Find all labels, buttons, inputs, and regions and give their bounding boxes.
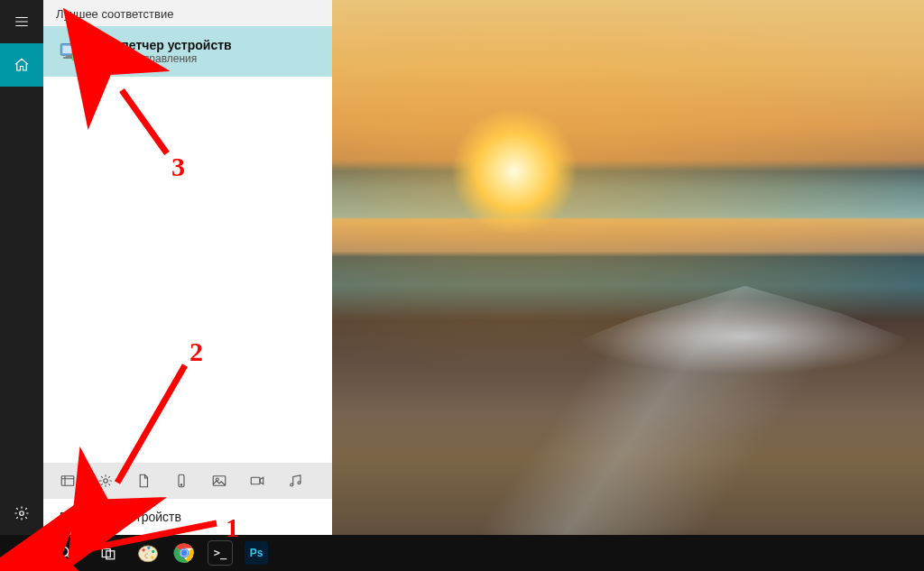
- results-empty-area: [43, 77, 332, 463]
- cmd-icon[interactable]: >_: [202, 535, 238, 571]
- start-button[interactable]: [0, 535, 43, 571]
- svg-point-18: [298, 482, 300, 484]
- taskbar: >_ Ps: [0, 535, 924, 571]
- svg-point-13: [180, 484, 182, 486]
- result-title: Диспетчер устройств: [97, 38, 232, 52]
- photo-icon[interactable]: [200, 463, 238, 499]
- home-button[interactable]: [0, 43, 43, 87]
- music-icon[interactable]: [276, 463, 314, 499]
- svg-rect-3: [66, 55, 72, 57]
- search-result-device-manager[interactable]: Диспетчер устройств Панель управления: [43, 26, 332, 77]
- svg-point-6: [75, 52, 78, 55]
- search-filter-bar: [43, 463, 332, 499]
- svg-rect-16: [251, 477, 260, 484]
- result-subtitle: Панель управления: [97, 52, 232, 65]
- best-match-header: Лучшее соответствие: [43, 0, 332, 26]
- search-input-container: [43, 499, 332, 535]
- svg-point-29: [152, 550, 154, 553]
- results-icon[interactable]: [49, 463, 87, 499]
- svg-rect-10: [61, 476, 74, 486]
- search-sidebar: [0, 0, 43, 535]
- paint-icon[interactable]: [130, 535, 166, 571]
- svg-point-11: [104, 479, 108, 484]
- svg-rect-22: [23, 554, 28, 559]
- svg-rect-19: [15, 547, 21, 552]
- svg-point-27: [143, 548, 145, 551]
- chrome-icon[interactable]: [166, 535, 202, 571]
- svg-point-34: [181, 550, 188, 557]
- settings-icon[interactable]: [87, 463, 125, 499]
- svg-point-28: [147, 547, 150, 549]
- search-panel: Лучшее соответствие Диспетчер устройств …: [43, 0, 332, 535]
- taskbar-apps: >_ Ps: [130, 535, 274, 571]
- svg-point-7: [80, 52, 83, 55]
- task-view-button[interactable]: [87, 535, 130, 571]
- svg-point-9: [80, 56, 83, 59]
- svg-point-8: [75, 56, 78, 59]
- svg-point-30: [151, 556, 153, 558]
- svg-point-17: [291, 484, 293, 486]
- svg-point-23: [59, 547, 69, 557]
- search-input[interactable]: [56, 509, 319, 525]
- search-icon[interactable]: [43, 535, 87, 571]
- svg-rect-21: [15, 554, 21, 559]
- video-icon[interactable]: [238, 463, 276, 499]
- svg-rect-20: [23, 547, 28, 552]
- settings-button[interactable]: [0, 492, 43, 535]
- hamburger-menu-button[interactable]: [0, 0, 43, 43]
- device-manager-icon: [56, 35, 88, 68]
- device-icon[interactable]: [162, 463, 200, 499]
- document-icon[interactable]: [125, 463, 162, 499]
- photoshop-icon[interactable]: Ps: [238, 535, 274, 571]
- svg-point-0: [20, 511, 24, 516]
- svg-rect-5: [72, 51, 85, 60]
